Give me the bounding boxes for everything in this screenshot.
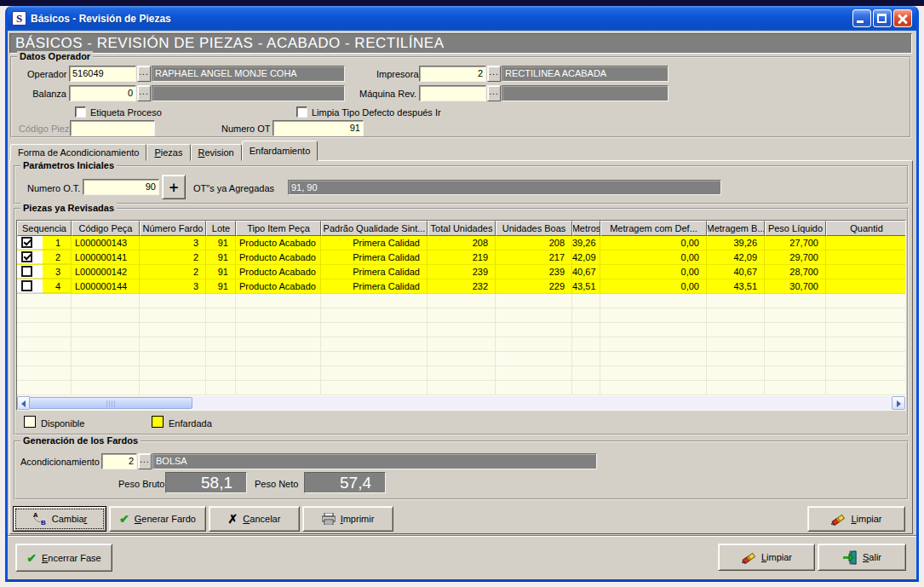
row-checkbox[interactable]: [21, 237, 32, 248]
etiqueta-proceso-label: Etiqueta Proceso: [90, 107, 162, 118]
impresora-browse-button[interactable]: ...: [487, 66, 501, 82]
operador-browse-button[interactable]: ...: [137, 66, 151, 82]
parametros-iniciales-group: Parámetros Iniciales Numero O.T. 90 + OT…: [14, 165, 909, 204]
eraser-icon: [741, 551, 756, 564]
close-button[interactable]: [893, 9, 912, 27]
codigo-pieza-input[interactable]: [70, 120, 155, 136]
column-header[interactable]: Metragem B...: [707, 221, 765, 236]
sequencia-cell: 1: [17, 236, 72, 250]
salir-button[interactable]: Salir: [818, 544, 906, 571]
codigo-pieza-label: Código Pieza: [19, 124, 74, 135]
cell: [826, 265, 906, 279]
footer-limpiar-button[interactable]: Limpiar: [718, 544, 815, 571]
cell: 239: [428, 265, 496, 279]
column-header[interactable]: Lote: [206, 221, 236, 236]
cell: 229: [496, 279, 572, 294]
maximize-button[interactable]: [873, 9, 892, 27]
column-header[interactable]: Sequencia: [17, 221, 72, 236]
maquina-label: Máquina Rev.: [359, 89, 416, 100]
table-row[interactable]: 4L000000144391Producto AcabadoPrimera Ca…: [17, 279, 905, 294]
tab-enfardamiento[interactable]: Enfardamiento: [242, 141, 319, 161]
acondicionamiento-input[interactable]: 2: [101, 453, 137, 469]
page-title: BÁSICOS - REVISIÓN DE PIEZAS - ACABADO -…: [9, 33, 912, 54]
cell: L000000144: [72, 279, 140, 294]
impresora-input[interactable]: 2: [419, 66, 486, 82]
legend-disponible-swatch: [24, 416, 36, 428]
column-header[interactable]: Metragem com Def...: [600, 221, 707, 236]
empty-row: [17, 308, 905, 323]
grid-header: SequenciaCódigo PeçaNúmero FardoLoteTipo…: [17, 221, 905, 236]
column-header[interactable]: Quantid: [826, 221, 906, 236]
maquina-browse-button[interactable]: ...: [487, 85, 501, 101]
column-header[interactable]: Código Peça: [72, 221, 140, 236]
limpiar-button[interactable]: Limpiar: [807, 506, 905, 532]
cancelar-button[interactable]: ✗ Cancelar: [209, 506, 300, 532]
minimize-button[interactable]: [852, 9, 871, 27]
cell: 3: [140, 279, 206, 294]
column-header[interactable]: Tipo Item Peça: [236, 221, 321, 236]
balanza-browse-button[interactable]: ...: [137, 85, 151, 101]
column-header[interactable]: Metros: [572, 221, 600, 236]
cell: 208: [496, 236, 572, 250]
tab-forma-de-acondicionamiento[interactable]: Forma de Acondicionamiento: [10, 144, 146, 161]
cell: 0,00: [600, 236, 707, 250]
operador-input[interactable]: 516049: [69, 66, 136, 82]
sequencia-cell: 3: [17, 265, 72, 279]
horizontal-scrollbar[interactable]: [17, 396, 905, 410]
limpia-tipo-checkbox[interactable]: [296, 106, 307, 118]
numero-ot-param-label: Numero O.T.: [27, 183, 80, 194]
cambiar-button[interactable]: AB Cambiar: [13, 506, 106, 532]
cell: 217: [496, 250, 572, 265]
cell: 29,700: [765, 250, 826, 265]
cell: 91: [206, 236, 236, 250]
empty-row: [17, 366, 905, 381]
cell: L000000142: [72, 265, 140, 279]
printer-icon: [322, 513, 336, 525]
encerrar-fase-button[interactable]: ✔ Encerrar Fase: [15, 544, 112, 572]
empty-row: [17, 294, 905, 308]
cell: Producto Acabado: [236, 250, 321, 265]
add-ot-button[interactable]: +: [162, 175, 186, 199]
cell: L000000141: [72, 250, 140, 265]
cell: [826, 250, 906, 265]
row-checkbox[interactable]: [21, 280, 32, 291]
table-row[interactable]: 3L000000142291Producto AcabadoPrimera Ca…: [17, 265, 905, 279]
numero-ot-param-input[interactable]: 90: [83, 179, 159, 195]
impresora-name-field: RECTILINEA ACABADA: [502, 66, 669, 82]
column-header[interactable]: Peso Líquido: [765, 221, 826, 236]
maquina-input[interactable]: [419, 85, 486, 101]
column-header[interactable]: Número Fardo: [140, 221, 206, 236]
row-checkbox[interactable]: [21, 266, 32, 277]
row-checkbox[interactable]: [21, 251, 32, 262]
cell: 0,00: [600, 279, 707, 294]
piezas-grid[interactable]: SequenciaCódigo PeçaNúmero FardoLoteTipo…: [16, 220, 906, 411]
group-title: Datos Operador: [17, 51, 93, 61]
scroll-right-arrow[interactable]: [892, 396, 905, 410]
tab-revision[interactable]: Revision: [191, 144, 242, 161]
maximize-icon: [877, 14, 887, 23]
scrollbar-thumb[interactable]: [29, 397, 192, 409]
column-header[interactable]: Total Unidades: [428, 221, 496, 236]
cell: 30,700: [765, 279, 826, 294]
table-row[interactable]: 2L000000141291Producto AcabadoPrimera Ca…: [17, 250, 905, 265]
column-header[interactable]: Padrão Qualidade Sint...: [321, 221, 428, 236]
operador-name-field: RAPHAEL ANGEL MONJE COHA: [152, 66, 345, 82]
generar-fardo-button[interactable]: ✔ Generar Fardo: [109, 506, 206, 532]
etiqueta-proceso-checkbox[interactable]: [75, 106, 86, 118]
table-row[interactable]: 1L000000143391Producto AcabadoPrimera Ca…: [17, 236, 905, 250]
group-title: Generación de los Fardos: [20, 435, 141, 446]
title-bar[interactable]: S Básicos - Revisión de Piezas: [8, 6, 916, 31]
acondicionamiento-browse-button[interactable]: ...: [138, 453, 152, 469]
cell: 2: [140, 250, 206, 265]
cell: 27,700: [765, 236, 826, 250]
cell: 0,00: [600, 265, 707, 279]
empty-row: [17, 323, 905, 337]
tab-strip: Forma de Acondicionamiento Piezas Revisi…: [10, 141, 318, 161]
column-header[interactable]: Unidades Boas: [496, 221, 572, 236]
imprimir-button[interactable]: Imprimir: [302, 506, 393, 532]
numero-ot-input[interactable]: 91: [273, 120, 364, 136]
tab-piezas[interactable]: Piezas: [146, 144, 190, 161]
sequencia-cell: 2: [17, 250, 72, 265]
legend-enfardada-label: Enfardada: [169, 418, 212, 429]
balanza-input[interactable]: 0: [69, 85, 136, 101]
